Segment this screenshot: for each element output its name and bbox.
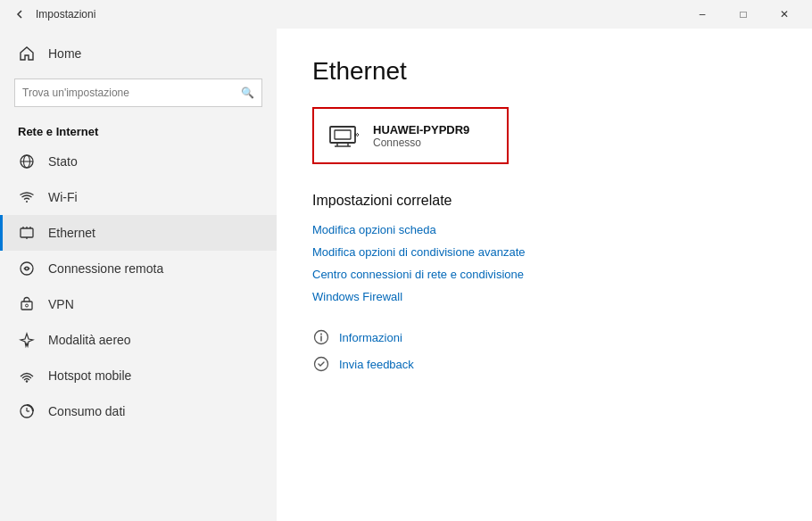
home-label: Home: [48, 46, 81, 61]
svg-rect-3: [21, 228, 33, 237]
svg-line-24: [357, 135, 359, 136]
sidebar-section-title: Rete e Internet: [0, 114, 277, 144]
sidebar-item-ethernet[interactable]: Ethernet: [0, 215, 277, 251]
ethernet-label: Ethernet: [48, 226, 95, 240]
sidebar-item-wifi[interactable]: Wi-Fi: [0, 179, 277, 215]
sidebar-item-modalita-aereo[interactable]: Modalità aereo: [0, 322, 277, 358]
sidebar-item-home[interactable]: Home: [0, 36, 277, 71]
connessione-remota-label: Connessione remota: [48, 261, 163, 276]
adapter-name: HUAWEI-PYPDR9: [373, 123, 469, 136]
bottom-link-informazioni[interactable]: Informazioni: [312, 328, 776, 346]
svg-point-28: [315, 358, 328, 371]
feedback-icon: [312, 355, 330, 373]
related-settings-title: Impostazioni correlate: [312, 193, 776, 209]
stato-label: Stato: [48, 154, 78, 169]
back-button[interactable]: [7, 2, 32, 27]
svg-line-23: [357, 133, 359, 135]
search-input[interactable]: [22, 87, 241, 99]
adapter-card[interactable]: HUAWEI-PYPDR9 Connesso: [312, 107, 509, 164]
related-link-0[interactable]: Modifica opzioni scheda: [312, 223, 776, 236]
bottom-links: Informazioni Invia feedback: [312, 328, 776, 373]
svg-point-9: [26, 268, 29, 270]
sidebar-item-vpn[interactable]: VPN: [0, 286, 277, 322]
adapter-status: Connesso: [373, 136, 469, 149]
hotspot-mobile-label: Hotspot mobile: [48, 368, 131, 383]
hotspot-icon: [18, 367, 36, 385]
close-button[interactable]: ✕: [764, 0, 805, 29]
sidebar: Home 🔍 Rete e Internet Stato: [0, 29, 277, 521]
content-area: Ethernet HUAWEI-PYPDR9 Connesso: [277, 29, 812, 521]
informazioni-link[interactable]: Informazioni: [339, 331, 402, 344]
related-link-2[interactable]: Centro connessioni di rete e condivision…: [312, 268, 776, 281]
search-box[interactable]: 🔍: [14, 79, 262, 107]
svg-point-11: [26, 304, 29, 307]
home-icon: [18, 45, 36, 62]
minimize-button[interactable]: –: [682, 0, 723, 29]
sidebar-item-stato[interactable]: Stato: [0, 144, 277, 179]
sidebar-item-consumo-dati[interactable]: Consumo dati: [0, 393, 277, 429]
wifi-icon: [18, 188, 36, 206]
info-icon: [312, 328, 330, 346]
sidebar-item-hotspot-mobile[interactable]: Hotspot mobile: [0, 358, 277, 393]
ethernet-icon: [18, 224, 36, 242]
wifi-label: Wi-Fi: [48, 190, 78, 204]
vpn-icon: [18, 295, 36, 313]
search-icon: 🔍: [241, 87, 254, 99]
bottom-link-feedback[interactable]: Invia feedback: [312, 355, 776, 373]
svg-rect-20: [335, 130, 351, 139]
svg-point-26: [320, 334, 322, 335]
remote-icon: [18, 260, 36, 277]
adapter-icon: [328, 120, 360, 152]
titlebar: Impostazioni – □ ✕: [0, 0, 812, 29]
main-area: Home 🔍 Rete e Internet Stato: [0, 29, 812, 521]
vpn-label: VPN: [48, 297, 74, 311]
window-controls: – □ ✕: [682, 0, 805, 29]
svg-rect-10: [21, 302, 32, 310]
consumo-dati-label: Consumo dati: [48, 404, 125, 418]
maximize-button[interactable]: □: [723, 0, 764, 29]
feedback-link[interactable]: Invia feedback: [339, 358, 414, 371]
related-link-1[interactable]: Modifica opzioni di condivisione avanzat…: [312, 245, 776, 259]
related-link-3[interactable]: Windows Firewall: [312, 290, 776, 303]
modalita-aereo-label: Modalità aereo: [48, 333, 131, 347]
adapter-info: HUAWEI-PYPDR9 Connesso: [373, 123, 469, 149]
svg-point-8: [21, 262, 33, 275]
stato-icon: [18, 153, 36, 170]
svg-rect-16: [330, 127, 355, 143]
related-settings-section: Impostazioni correlate Modifica opzioni …: [312, 193, 776, 303]
titlebar-title: Impostazioni: [36, 8, 682, 21]
page-title: Ethernet: [312, 57, 776, 86]
data-icon: [18, 402, 36, 420]
sidebar-item-connessione-remota[interactable]: Connessione remota: [0, 251, 277, 286]
airplane-icon: [18, 331, 36, 349]
svg-point-12: [26, 380, 28, 382]
